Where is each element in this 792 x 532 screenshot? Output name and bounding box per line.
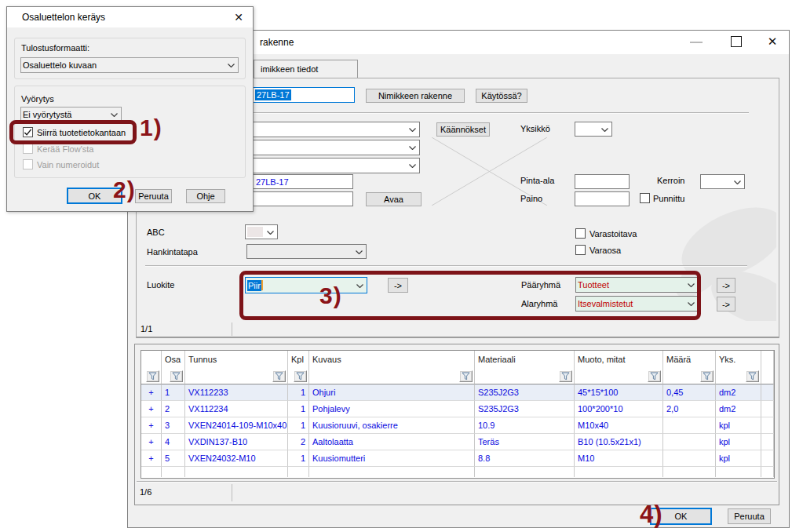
area-label: Pinta-ala: [520, 176, 554, 185]
classify-assign-button[interactable]: ->: [388, 278, 408, 293]
annotation-4: 4): [640, 502, 663, 527]
collect-dialog-titlebar[interactable]: Osaluettelon keräys ✕: [7, 7, 253, 27]
format-combo[interactable]: Osaluettelo kuvaan: [20, 57, 239, 73]
procurement-combo[interactable]: [246, 244, 367, 259]
transfer-checkbox[interactable]: [23, 127, 33, 137]
chevron-down-icon: [409, 128, 416, 132]
table-cell: kpl: [716, 434, 761, 450]
weighed-checkbox[interactable]: [640, 193, 650, 203]
table-row[interactable]: +1VX1122331OhjuriS235J2G345*15*1000,45dm…: [141, 384, 774, 401]
table-cell: kpl: [716, 417, 761, 434]
filter-button[interactable]: [700, 370, 714, 382]
table-cell: 3: [162, 417, 185, 434]
description-combo-1[interactable]: [251, 122, 420, 137]
filter-button[interactable]: [459, 370, 473, 382]
filter-cell: [309, 369, 475, 384]
chevron-down-icon: [111, 113, 118, 117]
open-button[interactable]: Avaa: [366, 192, 422, 206]
abc-combo[interactable]: [245, 224, 278, 239]
status-divider: [232, 484, 232, 501]
maingroup-value: Tuotteet: [578, 280, 609, 290]
expand-toggle[interactable]: +: [141, 450, 162, 467]
table-cell: 0,45: [663, 384, 716, 401]
translations-button[interactable]: Käännökset: [436, 122, 490, 137]
subgroup-assign-button[interactable]: ->: [717, 297, 735, 312]
table-row[interactable]: +3VXEN24014-109-M10x401Kuusioruuvi, osak…: [141, 417, 774, 434]
text-caret: [261, 280, 263, 290]
table-cell: 2: [288, 434, 309, 450]
maximize-icon[interactable]: [731, 36, 742, 47]
column-header: Tunnus: [185, 351, 288, 369]
filter-button[interactable]: [648, 370, 661, 382]
column-header: Osa: [162, 351, 185, 369]
expand-toggle[interactable]: +: [141, 384, 162, 401]
filter-button[interactable]: [272, 370, 286, 382]
spare-checkbox[interactable]: [575, 245, 586, 255]
annotation-1: 1): [140, 116, 162, 140]
main-cancel-button[interactable]: Peruuta: [728, 508, 771, 524]
table-row[interactable]: +2VX1122341PohjalevyS235J2G3100*200*102,…: [141, 401, 774, 417]
weight-label: Paino: [520, 194, 542, 203]
spare-label: Varaosa: [589, 246, 621, 255]
procurement-label: Hankintatapa: [147, 247, 198, 257]
table-cell: dm2: [716, 401, 761, 417]
description-combo-2[interactable]: [251, 140, 420, 155]
filter-cell: [162, 369, 185, 384]
collect-cancel-button[interactable]: Peruuta: [135, 189, 172, 203]
drawing-field[interactable]: [253, 191, 353, 206]
filter-button[interactable]: [746, 370, 759, 382]
chevron-down-icon: [601, 128, 608, 132]
maingroup-assign-button[interactable]: ->: [717, 278, 735, 293]
parts-count: 1/6: [140, 487, 151, 497]
abc-label: ABC: [147, 228, 165, 237]
table-cell: 1: [288, 401, 309, 417]
table-cell: 5: [162, 450, 185, 467]
empty-cell: [761, 467, 774, 477]
collect-dialog: Osaluettelon keräys ✕ Tulostusformaatti:…: [6, 6, 254, 212]
expand-toggle[interactable]: +: [141, 417, 162, 434]
code2-field[interactable]: 27LB-17: [253, 174, 353, 189]
abc-combo-fill: [247, 227, 263, 237]
weight-field[interactable]: [575, 191, 630, 206]
column-header: Kpl: [288, 351, 309, 369]
tab-item-info[interactable]: imikkeen tiedot: [254, 60, 358, 78]
table-cell: [761, 401, 774, 417]
chevron-down-icon: [688, 302, 695, 306]
subgroup-combo[interactable]: Itsevalmistetut: [575, 296, 699, 312]
table-cell: 1: [162, 384, 185, 401]
close-icon[interactable]: ✕: [765, 35, 779, 49]
close-icon[interactable]: ✕: [232, 10, 246, 24]
divider-line: [137, 481, 777, 483]
expand-toggle[interactable]: +: [141, 434, 162, 450]
table-row[interactable]: +5VXEN24032-M101Kuusiomutteri8.8M10kpl: [141, 450, 774, 467]
chevron-down-icon: [688, 283, 695, 287]
filter-button[interactable]: [146, 370, 159, 382]
minimize-icon[interactable]: [690, 42, 703, 43]
item-structure-button[interactable]: Nimikkeen rakenne: [366, 89, 465, 103]
factor-combo[interactable]: [700, 174, 745, 189]
expand-toggle[interactable]: +: [141, 401, 162, 417]
chevron-down-icon: [409, 146, 416, 150]
classify-combo[interactable]: Piir: [245, 277, 367, 293]
record-statusbar: 1/1: [137, 321, 779, 337]
item-code-field[interactable]: 27LB-17: [253, 87, 355, 103]
rollup-combo[interactable]: Ei vyörytystä: [20, 107, 122, 122]
table-cell: VX112234: [185, 401, 288, 417]
stocked-checkbox[interactable]: [575, 228, 586, 239]
collect-help-button[interactable]: Ohje: [186, 189, 225, 203]
chevron-down-icon: [734, 180, 741, 184]
filter-button[interactable]: [294, 370, 307, 382]
filter-cell: [141, 369, 162, 384]
in-use-button[interactable]: Käytössä?: [476, 89, 527, 103]
table-cell: B10 (10.5x21x1): [575, 434, 663, 450]
area-field[interactable]: [575, 174, 630, 189]
screen: rakenne ✕ imikkeen tiedot 27LB-17: [0, 0, 792, 532]
maingroup-combo[interactable]: Tuotteet: [575, 277, 699, 293]
filter-button[interactable]: [559, 370, 572, 382]
unit-combo[interactable]: [575, 122, 612, 137]
filter-button[interactable]: [170, 370, 183, 382]
description-combo-3[interactable]: [251, 158, 420, 173]
chevron-down-icon: [409, 164, 416, 168]
table-cell: [663, 434, 716, 450]
table-row[interactable]: +4VXDIN137-B102AaltolaattaTeräsB10 (10.5…: [141, 434, 774, 450]
